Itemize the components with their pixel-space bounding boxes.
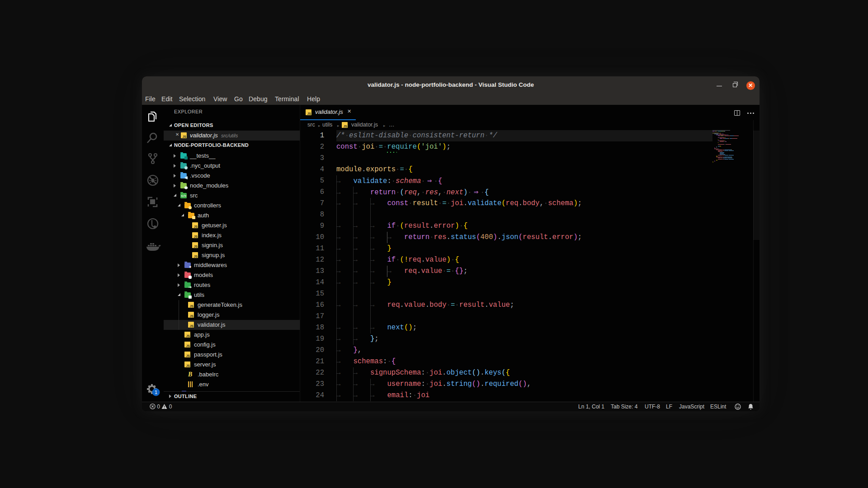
svg-text:1: 1 (155, 389, 157, 395)
